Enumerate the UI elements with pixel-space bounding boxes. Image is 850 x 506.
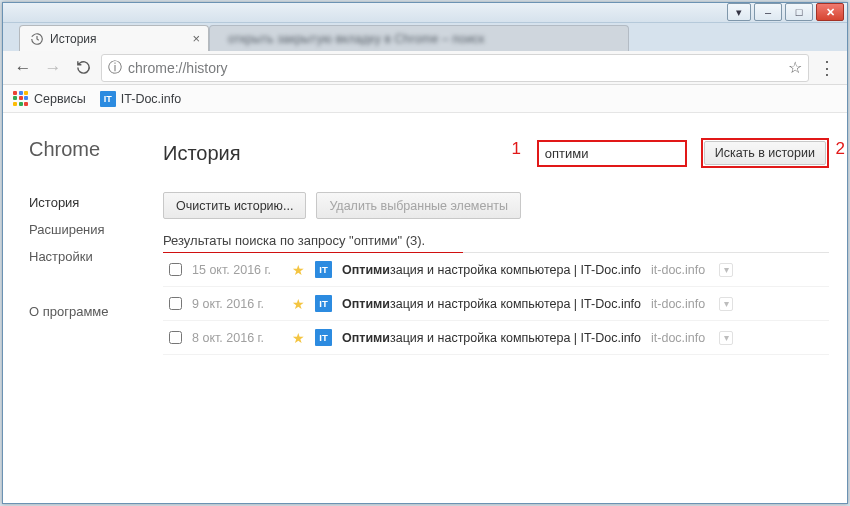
annotation-2: 2	[836, 139, 845, 159]
star-icon[interactable]: ★	[292, 330, 305, 346]
url-text: chrome://history	[128, 60, 782, 76]
history-entry: 9 окт. 2016 г.★ITОптимизация и настройка…	[163, 287, 829, 321]
results-header: Результаты поиска по запросу "оптими" (3…	[163, 233, 829, 253]
entry-title[interactable]: Оптимизация и настройка компьютера | IT-…	[342, 263, 641, 277]
entry-date: 9 окт. 2016 г.	[192, 297, 282, 311]
star-icon[interactable]: ★	[292, 262, 305, 278]
settings-sidebar: Chrome История Расширения Настройки О пр…	[3, 114, 153, 503]
back-button[interactable]: ←	[11, 56, 35, 80]
entry-date: 15 окт. 2016 г.	[192, 263, 282, 277]
bookmark-label: IT-Doc.info	[121, 92, 181, 106]
sidebar-item-about[interactable]: О программе	[29, 298, 153, 325]
page-title: История	[163, 142, 537, 165]
clear-history-button[interactable]: Очистить историю...	[163, 192, 306, 219]
apps-shortcut[interactable]: Сервисы	[13, 91, 86, 107]
entry-domain: it-doc.info	[651, 297, 705, 311]
entry-checkbox[interactable]	[169, 297, 182, 310]
chrome-brand: Chrome	[29, 138, 153, 161]
entry-domain: it-doc.info	[651, 331, 705, 345]
history-entry: 15 окт. 2016 г.★ITОптимизация и настройк…	[163, 253, 829, 287]
delete-selected-button: Удалить выбранные элементы	[316, 192, 521, 219]
page-content: Chrome История Расширения Настройки О пр…	[3, 114, 847, 503]
bookmark-item[interactable]: IT IT-Doc.info	[100, 91, 181, 107]
tab-strip: История × открыть закрытую вкладку в Chr…	[3, 23, 847, 51]
os-titlebar: ▾ – □ ✕	[3, 3, 847, 23]
bookmark-favicon: IT	[100, 91, 116, 107]
entry-checkbox[interactable]	[169, 331, 182, 344]
bookmarks-bar: Сервисы IT IT-Doc.info	[3, 85, 847, 113]
sidebar-item-history[interactable]: История	[29, 189, 153, 216]
entry-menu-icon[interactable]: ▾	[719, 297, 733, 311]
reload-button[interactable]	[71, 56, 95, 80]
entry-checkbox[interactable]	[169, 263, 182, 276]
site-info-icon[interactable]: ⓘ	[108, 59, 122, 77]
entry-favicon: IT	[315, 295, 332, 312]
entry-menu-icon[interactable]: ▾	[719, 331, 733, 345]
browser-toolbar: ← → ⓘ chrome://history ☆ ⋮	[3, 51, 847, 85]
sidebar-item-extensions[interactable]: Расширения	[29, 216, 153, 243]
entry-favicon: IT	[315, 329, 332, 346]
window-minimize-button[interactable]: –	[754, 3, 782, 21]
tab-title: История	[50, 32, 186, 46]
window-maximize-button[interactable]: □	[785, 3, 813, 21]
tab-inactive[interactable]: открыть закрытую вкладку в Chrome – поис…	[209, 25, 629, 51]
chrome-menu-button[interactable]: ⋮	[815, 56, 839, 80]
apps-grid-icon	[13, 91, 29, 107]
entry-menu-icon[interactable]: ▾	[719, 263, 733, 277]
window-close-button[interactable]: ✕	[816, 3, 844, 21]
history-icon	[30, 32, 44, 46]
forward-button: →	[41, 56, 65, 80]
tab-active[interactable]: История ×	[19, 25, 209, 51]
address-bar[interactable]: ⓘ chrome://history ☆	[101, 54, 809, 82]
bookmark-star-icon[interactable]: ☆	[788, 58, 802, 77]
history-entry: 8 окт. 2016 г.★ITОптимизация и настройка…	[163, 321, 829, 355]
sidebar-item-settings[interactable]: Настройки	[29, 243, 153, 270]
tab-close-icon[interactable]: ×	[192, 31, 200, 46]
entry-date: 8 окт. 2016 г.	[192, 331, 282, 345]
entry-domain: it-doc.info	[651, 263, 705, 277]
tab-inactive-title: открыть закрытую вкладку в Chrome – поис…	[220, 32, 484, 46]
history-main: 1 2 История Искать в истории Очистить ис…	[153, 114, 847, 503]
history-search-button[interactable]: Искать в истории	[704, 141, 826, 165]
annotation-1: 1	[512, 139, 521, 159]
entry-favicon: IT	[315, 261, 332, 278]
entry-title[interactable]: Оптимизация и настройка компьютера | IT-…	[342, 297, 641, 311]
apps-label: Сервисы	[34, 92, 86, 106]
history-search-input[interactable]	[537, 140, 687, 167]
entry-title[interactable]: Оптимизация и настройка компьютера | IT-…	[342, 331, 641, 345]
window-dropdown-button[interactable]: ▾	[727, 3, 751, 21]
star-icon[interactable]: ★	[292, 296, 305, 312]
